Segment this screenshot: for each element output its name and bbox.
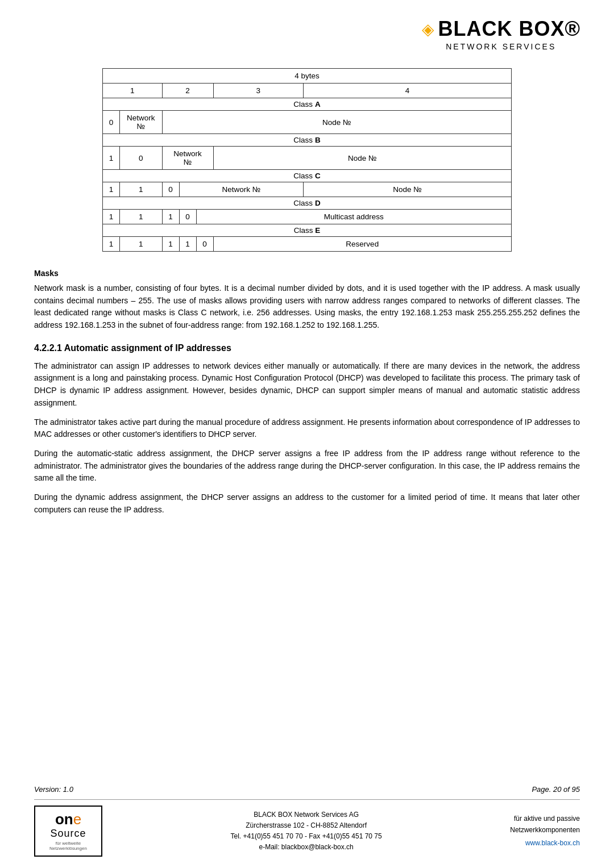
class-d-label: Class D (103, 197, 512, 210)
class-b-network: Network № (162, 147, 213, 170)
class-d-bit-0: 1 (103, 210, 120, 224)
class-d-bit-2: 1 (162, 210, 179, 224)
class-e-bit-0: 1 (103, 237, 120, 252)
dhcp-heading: 4.2.2.1 Automatic assignment of IP addre… (34, 343, 580, 353)
masks-heading: Masks (34, 269, 580, 278)
class-b-data-row: 1 0 Network № Node № (103, 147, 512, 170)
class-c-network: Network № (179, 182, 304, 197)
logo-on: on (55, 811, 73, 828)
dhcp-para3: During the automatic-static address assi… (34, 448, 580, 485)
class-a-bit-0: 0 (103, 111, 120, 134)
class-c-bit-1: 1 (120, 182, 163, 197)
class-c-bit-0: 1 (103, 182, 120, 197)
class-e-data-row: 1 1 1 1 0 Reserved (103, 237, 512, 252)
ip-classes-diagram: 4 bytes 1 2 3 4 Class A 0 Network № Node… (34, 68, 580, 252)
logo-source-text: Source (50, 828, 86, 840)
class-b-bit-0: 1 (103, 147, 120, 170)
class-a-label: Class A (103, 98, 512, 111)
masks-section: Masks Network mask is a number, consisti… (34, 269, 580, 332)
class-e-reserved: Reserved (213, 237, 511, 252)
class-a-label-row: Class A (103, 98, 512, 111)
page-footer: Version: 1.0 Page. 20 of 95 one Source f… (0, 785, 614, 857)
class-e-bit-2: 1 (162, 237, 179, 252)
company-email: e-Mail: blackbox@black-box.ch (231, 842, 382, 853)
class-c-label-row: Class C (103, 170, 512, 182)
brand-logo: ◈ BLACK BOX ® NETWORK SERVICES (422, 17, 580, 51)
company-info: BLACK BOX Network Services AG Zürcherstr… (231, 809, 382, 853)
dhcp-para1: The administrator can assign IP addresse… (34, 360, 580, 410)
logo-brand-text: BLACK BOX (438, 17, 565, 41)
class-e-bit-1: 1 (120, 237, 163, 252)
class-e-bit-4: 0 (196, 237, 213, 252)
class-a-node: Node № (162, 111, 511, 134)
class-e-label: Class E (103, 224, 512, 237)
col-3: 3 (213, 84, 304, 98)
footer-bar: one Source für weltweiteNetzwerklösungen… (34, 799, 580, 857)
footer-version-row: Version: 1.0 Page. 20 of 95 (34, 785, 580, 794)
onesource-logo: one Source für weltweiteNetzwerklösungen (34, 806, 102, 857)
class-d-bit-3: 0 (179, 210, 196, 224)
class-b-label-row: Class B (103, 134, 512, 147)
dhcp-para4: During the dynamic address assignment, t… (34, 491, 580, 516)
class-c-data-row: 1 1 0 Network № Node № (103, 182, 512, 197)
dhcp-para2: The administrator takes active part duri… (34, 416, 580, 441)
logo-tagline: für weltweiteNetzwerklösungen (49, 841, 87, 851)
ip-class-table: 4 bytes 1 2 3 4 Class A 0 Network № Node… (102, 68, 512, 252)
class-d-data-row: 1 1 1 0 Multicast address (103, 210, 512, 224)
class-d-label-row: Class D (103, 197, 512, 210)
header: ◈ BLACK BOX ® NETWORK SERVICES (34, 17, 580, 51)
masks-body: Network mask is a number, consisting of … (34, 282, 580, 332)
version-text: Version: 1.0 (34, 785, 73, 794)
class-e-bit-3: 1 (179, 237, 196, 252)
class-c-label: Class C (103, 170, 512, 182)
class-b-bit-1: 0 (120, 147, 163, 170)
page-number: Page. 20 of 95 (532, 785, 580, 794)
logo-subtitle: NETWORK SERVICES (446, 42, 556, 51)
footer-right-line1: für aktive und passive (510, 813, 580, 824)
class-e-label-row: Class E (103, 224, 512, 237)
dhcp-section: 4.2.2.1 Automatic assignment of IP addre… (34, 343, 580, 516)
company-address: Zürcherstrasse 102 - CH-8852 Altendorf (231, 820, 382, 831)
website-link[interactable]: www.black-box.ch (525, 839, 580, 847)
class-d-bit-1: 1 (120, 210, 163, 224)
column-numbers-row: 1 2 3 4 (103, 84, 512, 98)
footer-right-line2: Netzwerkkomponenten (510, 825, 580, 836)
col-2: 2 (162, 84, 213, 98)
class-b-node: Node № (213, 147, 511, 170)
page: ◈ BLACK BOX ® NETWORK SERVICES 4 bytes 1… (0, 0, 614, 868)
company-name: BLACK BOX Network Services AG (231, 809, 382, 820)
class-c-node: Node № (304, 182, 512, 197)
bytes-header-row: 4 bytes (103, 69, 512, 84)
col-1: 1 (103, 84, 163, 98)
logo-e: e (73, 811, 81, 828)
bytes-label: 4 bytes (103, 69, 512, 84)
class-d-multicast: Multicast address (196, 210, 511, 224)
class-c-bit-2: 0 (162, 182, 179, 197)
class-b-label: Class B (103, 134, 512, 147)
company-tel: Tel. +41(0)55 451 70 70 - Fax +41(0)55 4… (231, 831, 382, 842)
class-a-data-row: 0 Network № Node № (103, 111, 512, 134)
diamond-icon: ◈ (422, 20, 434, 39)
footer-right: für aktive und passive Netzwerkkomponent… (510, 813, 580, 849)
class-a-network: Network № (120, 111, 163, 134)
col-4: 4 (304, 84, 512, 98)
